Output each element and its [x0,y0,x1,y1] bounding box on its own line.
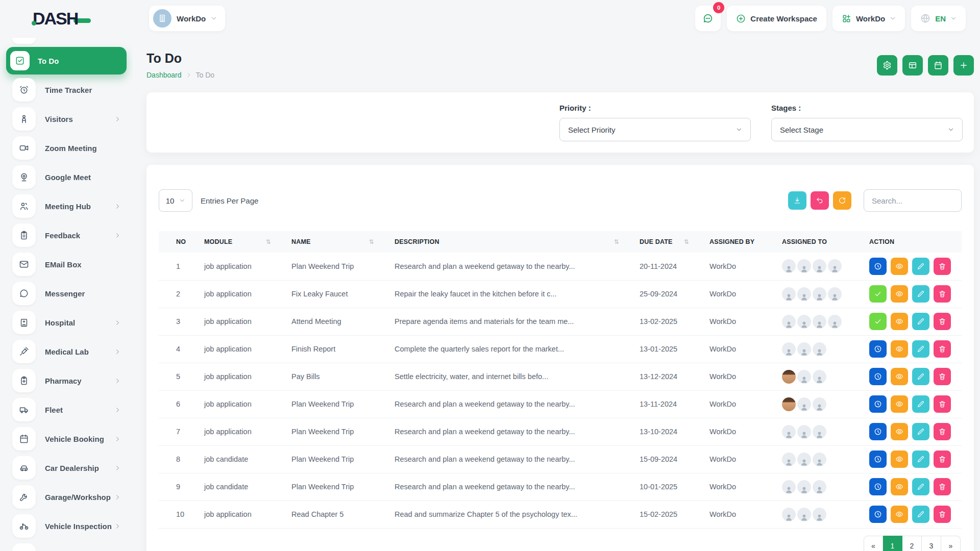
task-timer-button[interactable] [869,506,887,523]
view-button[interactable] [891,506,908,523]
pagination-prev[interactable]: « [864,536,883,551]
view-button[interactable] [891,395,908,413]
task-timer-button[interactable] [869,450,887,468]
export-button[interactable] [788,191,806,210]
task-timer-button[interactable] [869,478,887,495]
sidebar-item-messenger[interactable]: Messenger [6,282,127,305]
cell-module: job application [187,335,274,363]
language-menu[interactable]: EN [911,6,966,31]
sidebar-item-machine-repair[interactable]: Machine Repair [6,543,127,551]
syringe-icon [12,340,36,363]
edit-button[interactable] [912,395,929,413]
view-button[interactable] [891,368,908,385]
chevron-right-icon [186,72,191,78]
sidebar-item-google-meet[interactable]: Google Meet [6,165,127,189]
edit-button[interactable] [912,478,929,495]
task-complete-button[interactable] [869,313,887,330]
search-input[interactable] [864,189,962,212]
delete-button[interactable] [934,506,951,523]
task-complete-button[interactable] [869,285,887,303]
column-header-module[interactable]: MODULE⇅ [187,231,274,253]
edit-button[interactable] [912,313,929,330]
sort-icon[interactable]: ⇅ [684,238,689,245]
column-header-name[interactable]: NAME⇅ [274,231,377,253]
sidebar-item-medical-lab[interactable]: Medical Lab [6,340,127,363]
pagination-next[interactable]: » [941,536,961,551]
sidebar-item-fleet[interactable]: Fleet [6,398,127,421]
workspace-switcher[interactable]: WorkDo [149,6,225,31]
messages-button[interactable]: 0 [695,6,721,31]
task-timer-button[interactable] [869,258,887,275]
workspace-avatar [153,9,172,28]
sidebar-item-vehicle-booking[interactable]: Vehicle Booking [6,427,127,450]
cell-name: Plan Weekend Trip [274,253,377,280]
edit-button[interactable] [912,450,929,468]
edit-button[interactable] [912,285,929,303]
delete-button[interactable] [934,478,951,495]
edit-button[interactable] [912,340,929,358]
view-button[interactable] [891,313,908,330]
delete-button[interactable] [934,395,951,413]
table-icon [908,61,917,70]
sidebar-item-email-box[interactable]: EMail Box [6,253,127,276]
delete-button[interactable] [934,258,951,275]
delete-button[interactable] [934,285,951,303]
sidebar-item-pharmacy[interactable]: Pharmacy [6,369,127,392]
sidebar-item-zoom-meeting[interactable]: Zoom Meeting [6,136,127,160]
refresh-button[interactable] [833,191,851,210]
sidebar-item-to-do[interactable]: To Do [6,47,127,74]
view-button[interactable] [891,423,908,440]
sort-icon[interactable]: ⇅ [369,238,374,245]
sort-icon[interactable]: ⇅ [266,238,271,245]
column-header-due-date[interactable]: DUE DATE⇅ [622,231,692,253]
sidebar-item-meeting-hub[interactable]: Meeting Hub [6,194,127,218]
sidebar-item-visitors[interactable]: Visitors [6,107,127,131]
delete-button[interactable] [934,340,951,358]
task-timer-button[interactable] [869,395,887,413]
assignee-avatar [797,370,811,384]
undo-button[interactable] [811,191,829,210]
sidebar-item-car-dealership[interactable]: Car Dealership [6,456,127,480]
stage-select[interactable]: Select Stage [771,118,963,141]
sidebar-item-feedback[interactable]: Feedback [6,223,127,247]
table-view-button[interactable] [902,55,923,76]
sidebar-item-garage-workshop[interactable]: Garage/Workshop [6,485,127,509]
sort-icon[interactable]: ⇅ [614,238,619,245]
edit-button[interactable] [912,423,929,440]
breadcrumb-dashboard-link[interactable]: Dashboard [146,71,182,79]
column-header-description[interactable]: DESCRIPTION⇅ [377,231,622,253]
view-button[interactable] [891,450,908,468]
task-timer-button[interactable] [869,368,887,385]
entries-per-page-select[interactable]: 10 [159,189,192,212]
assignee-avatar [797,508,811,521]
company-menu[interactable]: WorkDo [832,6,905,31]
task-timer-button[interactable] [869,340,887,358]
edit-button[interactable] [912,258,929,275]
delete-button[interactable] [934,423,951,440]
edit-button[interactable] [912,368,929,385]
add-todo-button[interactable] [953,55,974,76]
pagination-page-2[interactable]: 2 [902,536,922,551]
delete-button[interactable] [934,368,951,385]
task-timer-button[interactable] [869,423,887,440]
delete-button[interactable] [934,450,951,468]
delete-button[interactable] [934,313,951,330]
pagination-page-3[interactable]: 3 [922,536,941,551]
view-button[interactable] [891,340,908,358]
edit-button[interactable] [912,506,929,523]
create-workspace-button[interactable]: Create Workspace [727,6,826,31]
pagination-page-1[interactable]: 1 [883,536,902,551]
cell-no: 7 [159,418,187,445]
cell-assigned-by: WorkDo [692,500,765,528]
sidebar-item-vehicle-inspection[interactable]: Vehicle Inspection [6,514,127,538]
sidebar-item-time-tracker[interactable]: Time Tracker [6,78,127,102]
sidebar-item-hospital[interactable]: Hospital [6,311,127,334]
cell-description: Repair the leaky faucet in the kitchen b… [377,280,622,308]
calendar-view-button[interactable] [928,55,948,76]
priority-select[interactable]: Select Priority [559,118,751,141]
eye-icon [895,455,903,463]
settings-button[interactable] [877,55,897,76]
view-button[interactable] [891,258,908,275]
view-button[interactable] [891,285,908,303]
view-button[interactable] [891,478,908,495]
